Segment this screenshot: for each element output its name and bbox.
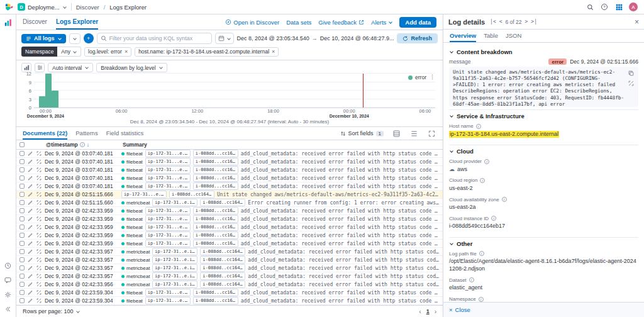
sort-desc-icon[interactable]: ↓ bbox=[87, 142, 89, 148]
histogram-bar[interactable] bbox=[52, 91, 58, 108]
last-doc-icon[interactable]: >| bbox=[531, 19, 537, 25]
table-row[interactable]: Dec 9, 2024 @ 02:42:33.959 filebeat ip-1… bbox=[16, 207, 443, 215]
date-range-start[interactable]: Dec 8, 2024 @ 23:05:34.540 bbox=[237, 35, 309, 42]
column-timestamp[interactable]: @timestamp bbox=[46, 142, 78, 148]
table-row[interactable]: Dec 9, 2024 @ 03:07:40.181 filebeat ip-1… bbox=[16, 182, 443, 191]
row-checkbox[interactable] bbox=[19, 151, 25, 156]
open-details-icon[interactable] bbox=[36, 199, 42, 206]
expand-doc-icon[interactable] bbox=[27, 199, 33, 206]
legend-menu-icon[interactable]: ⋮ bbox=[430, 74, 435, 80]
table-row[interactable]: Dec 9, 2024 @ 02:42:33.956 metricbeat ip… bbox=[16, 281, 443, 289]
table-row[interactable]: Dec 9, 2024 @ 02:51:15.660 metricbeat ip… bbox=[16, 199, 443, 207]
tab-field-statistics[interactable]: Field statistics bbox=[106, 127, 144, 140]
tab-table[interactable]: Table bbox=[484, 30, 498, 42]
expand-doc-icon[interactable] bbox=[27, 232, 33, 238]
row-checkbox[interactable] bbox=[19, 274, 25, 279]
open-details-icon[interactable] bbox=[36, 167, 42, 173]
tab-json[interactable]: JSON bbox=[506, 30, 521, 42]
collapse-nav-icon[interactable] bbox=[4, 304, 13, 313]
row-checkbox[interactable] bbox=[19, 200, 25, 205]
table-row[interactable]: Dec 9, 2024 @ 02:23:59.304 filebeat ip-1… bbox=[16, 289, 443, 297]
open-details-icon[interactable] bbox=[36, 265, 42, 271]
give-feedback-link[interactable]: Give feedback bbox=[318, 19, 364, 26]
expand-doc-icon[interactable] bbox=[27, 240, 33, 247]
expand-doc-icon[interactable] bbox=[27, 175, 33, 181]
tab-documents[interactable]: Documents (22) bbox=[23, 127, 67, 140]
row-checkbox[interactable] bbox=[19, 208, 25, 213]
expand-doc-icon[interactable] bbox=[27, 183, 33, 189]
expand-doc-icon[interactable] bbox=[27, 216, 33, 222]
cloud-instance-id-value[interactable]: i-088dd549cc164eb17 bbox=[449, 223, 638, 230]
filter-pill[interactable]: log.level: error × bbox=[84, 47, 131, 57]
tab-overview[interactable]: Overview bbox=[450, 30, 476, 42]
open-details-icon[interactable] bbox=[36, 273, 42, 279]
row-checkbox[interactable] bbox=[19, 184, 25, 189]
tab-discover[interactable]: Discover bbox=[23, 14, 47, 30]
row-checkbox[interactable] bbox=[19, 192, 25, 197]
row-checkbox[interactable] bbox=[19, 167, 25, 172]
open-details-icon[interactable] bbox=[36, 257, 42, 263]
interval-selector[interactable]: Auto interval bbox=[48, 63, 93, 72]
table-row[interactable]: Dec 9, 2024 @ 02:42:33.957 metricbeat ip… bbox=[16, 272, 443, 281]
histogram-bar[interactable] bbox=[39, 96, 45, 108]
open-in-discover-link[interactable]: Open in Discover bbox=[225, 19, 279, 26]
cloud-az-value[interactable]: us-east-2a bbox=[449, 204, 638, 211]
expand-doc-icon[interactable] bbox=[27, 191, 33, 197]
row-checkbox[interactable] bbox=[19, 290, 25, 295]
open-details-icon[interactable] bbox=[36, 240, 42, 247]
cloud-provider-value[interactable]: aws bbox=[457, 166, 467, 174]
select-all-checkbox[interactable] bbox=[19, 142, 25, 147]
row-checkbox[interactable] bbox=[19, 175, 25, 181]
open-details-icon[interactable] bbox=[36, 232, 42, 238]
display-options-icon[interactable] bbox=[392, 129, 401, 138]
expand-doc-icon[interactable] bbox=[27, 298, 33, 304]
page-number[interactable]: 1 bbox=[426, 308, 430, 314]
gear-icon[interactable] bbox=[4, 290, 13, 299]
other-header[interactable]: Other bbox=[449, 240, 638, 247]
cloud-region-value[interactable]: us-east-2 bbox=[449, 185, 638, 192]
apps-menu-icon[interactable] bbox=[614, 3, 623, 11]
message-content[interactable]: Unit state changed aws/metrics-default-a… bbox=[449, 67, 638, 107]
query-menu-button[interactable] bbox=[69, 33, 80, 44]
tab-patterns[interactable]: Patterns bbox=[75, 127, 97, 140]
column-summary[interactable]: Summary bbox=[123, 142, 147, 148]
service-infra-header[interactable]: Service & Infrastructure bbox=[449, 113, 638, 120]
row-checkbox[interactable] bbox=[19, 257, 25, 262]
dataset-value[interactable]: elastic_agent bbox=[449, 284, 638, 292]
feedback-icon[interactable] bbox=[4, 275, 13, 284]
remove-filter-icon[interactable]: × bbox=[125, 48, 128, 55]
expand-doc-icon[interactable] bbox=[27, 158, 33, 165]
help-icon[interactable]: ? bbox=[600, 3, 609, 11]
expand-doc-icon[interactable] bbox=[27, 289, 33, 296]
data-source-selector[interactable]: All logs bbox=[21, 34, 66, 43]
histogram-bar[interactable] bbox=[45, 74, 52, 108]
open-details-icon[interactable] bbox=[36, 224, 42, 230]
date-picker-button[interactable] bbox=[215, 33, 234, 44]
open-details-icon[interactable] bbox=[36, 208, 42, 214]
expand-doc-icon[interactable] bbox=[27, 167, 33, 173]
breadcrumb-discover[interactable]: Discover bbox=[76, 4, 99, 11]
avatar[interactable]: A bbox=[629, 3, 638, 11]
next-page-icon[interactable]: › bbox=[435, 308, 436, 315]
row-checkbox[interactable] bbox=[19, 216, 25, 221]
sort-fields-button[interactable]: Sort fields 1 bbox=[340, 130, 384, 136]
content-breakdown-header[interactable]: Content breakdown bbox=[449, 48, 638, 55]
close-panel-icon[interactable]: × bbox=[635, 18, 639, 26]
open-details-icon[interactable] bbox=[36, 191, 42, 197]
open-details-icon[interactable] bbox=[36, 175, 42, 181]
table-row[interactable]: Dec 9, 2024 @ 02:51:15.666 ip-172-31...e… bbox=[16, 191, 443, 199]
row-height-icon[interactable] bbox=[409, 129, 419, 138]
row-checkbox[interactable] bbox=[19, 298, 25, 303]
chart-legend[interactable]: error bbox=[408, 74, 426, 81]
table-row[interactable]: Dec 9, 2024 @ 02:42:33.959 filebeat ip-1… bbox=[16, 215, 443, 223]
host-name-value[interactable]: ip-172-31-8-184.us-east-2.compute.intern… bbox=[449, 131, 559, 138]
rows-per-page-selector[interactable]: Rows per page: 100 bbox=[23, 308, 80, 314]
expand-doc-icon[interactable] bbox=[27, 273, 33, 279]
table-row[interactable]: Dec 9, 2024 @ 03:07:40.181 filebeat ip-1… bbox=[16, 150, 443, 158]
prev-doc-icon[interactable]: < bbox=[499, 19, 502, 25]
table-row[interactable]: Dec 9, 2024 @ 03:07:40.181 filebeat ip-1… bbox=[16, 174, 443, 182]
cloud-header[interactable]: Cloud bbox=[449, 148, 638, 155]
open-details-icon[interactable] bbox=[36, 298, 42, 304]
kql-search-input[interactable] bbox=[109, 35, 208, 42]
refresh-button[interactable]: Refresh bbox=[397, 33, 438, 43]
